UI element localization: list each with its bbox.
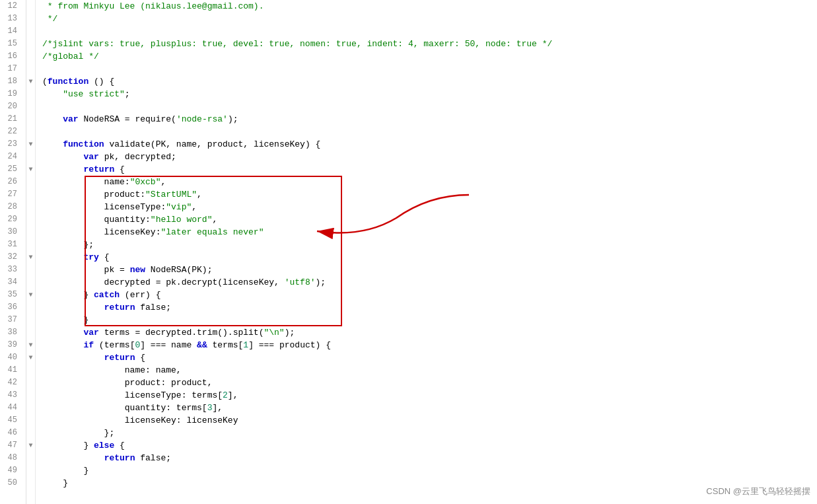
code-line: name: name, [42,364,817,377]
code-line: "use strict"; [42,88,817,100]
line-number: 47 [5,439,20,452]
line-number: 28 [5,201,20,213]
fold-icon [26,88,35,100]
line-number: 22 [5,126,20,138]
fold-icon [26,226,35,238]
fold-icon[interactable]: ▼ [26,75,35,88]
code-line: pk = new NodeRSA(PK); [42,264,817,276]
watermark: CSDN @云里飞鸟轻轻摇摆 [706,486,810,497]
line-number: 45 [5,414,20,427]
fold-icon [26,414,35,427]
code-line: function validate(PK, name, product, lic… [42,138,817,151]
code-line: licenseType:"vip", [42,201,817,213]
line-number: 13 [5,13,20,25]
code-line: } [42,477,817,489]
code-line: } [42,314,817,326]
fold-icon [26,389,35,402]
fold-icon[interactable]: ▼ [26,439,35,452]
code-line: return false; [42,452,817,464]
code-line: var NodeRSA = require('node-rsa'); [42,113,817,126]
code-line: product: product, [42,377,817,389]
fold-icon [26,264,35,276]
line-number: 50 [5,477,20,489]
fold-icon[interactable]: ▼ [26,339,35,351]
fold-icon[interactable]: ▼ [26,163,35,176]
code-line: } catch (err) { [42,289,817,301]
line-number: 15 [5,38,20,50]
code-line: try { [42,251,817,264]
line-number: 49 [5,464,20,477]
line-number: 38 [5,326,20,339]
code-line: return { [42,163,817,176]
fold-icon [26,126,35,138]
fold-icon [26,238,35,251]
line-number: 17 [5,63,20,75]
line-number: 39 [5,339,20,351]
line-number: 26 [5,176,20,188]
fold-icon [26,326,35,339]
code-line: /*jslint vars: true, plusplus: true, dev… [42,38,817,50]
code-line [42,25,817,38]
code-line: return false; [42,301,817,314]
code-line: } [42,464,817,477]
line-number: 25 [5,163,20,176]
fold-icon [26,377,35,389]
code-line: (function () { [42,75,817,88]
line-number: 41 [5,364,20,377]
line-number: 19 [5,88,20,100]
line-number: 33 [5,264,20,276]
line-number: 36 [5,301,20,314]
fold-icon [26,364,35,377]
line-number: 24 [5,151,20,163]
line-number: 21 [5,113,20,126]
code-line: quantity:"hello word", [42,213,817,226]
line-number: 20 [5,100,20,113]
code-line: var terms = decrypted.trim().split("\n")… [42,326,817,339]
fold-icon [26,0,35,13]
code-line: }; [42,238,817,251]
line-number: 37 [5,314,20,326]
code-line: name:"0xcb", [42,176,817,188]
line-number: 43 [5,389,20,402]
code-content: * from Minkyu Lee (niklaus.lee@gmail.com… [36,0,817,504]
fold-icon[interactable]: ▼ [26,289,35,301]
fold-icon [26,13,35,25]
line-number: 48 [5,452,20,464]
code-line: /*global */ [42,50,817,63]
line-number: 16 [5,50,20,63]
fold-icon [26,452,35,464]
code-line: }; [42,427,817,439]
line-number: 40 [5,351,20,364]
line-number: 34 [5,276,20,289]
code-line [42,126,817,138]
fold-icon [26,213,35,226]
code-line: quantity: terms[3], [42,402,817,414]
fold-icon [26,113,35,126]
line-number: 29 [5,213,20,226]
code-editor: 1213141516171819202122232425262728293031… [0,0,817,504]
fold-icon [26,402,35,414]
fold-icon [26,188,35,201]
fold-icon[interactable]: ▼ [26,351,35,364]
code-line: licenseType: terms[2], [42,389,817,402]
fold-icon [26,314,35,326]
line-number: 46 [5,427,20,439]
code-line: */ [42,13,817,25]
fold-icon [26,25,35,38]
fold-icon [26,477,35,489]
code-line [42,63,817,75]
line-number: 35 [5,289,20,301]
fold-icon [26,151,35,163]
code-line [42,100,817,113]
code-line: var pk, decrypted; [42,151,817,163]
fold-icon [26,100,35,113]
line-number: 18 [5,75,20,88]
code-line: * from Minkyu Lee (niklaus.lee@gmail.com… [42,0,817,13]
fold-icon[interactable]: ▼ [26,251,35,264]
line-number: 23 [5,138,20,151]
fold-icon[interactable]: ▼ [26,138,35,151]
code-line: } else { [42,439,817,452]
fold-icon [26,201,35,213]
fold-icon [26,276,35,289]
fold-gutter: ▼▼▼▼▼▼▼▼ [26,0,36,504]
